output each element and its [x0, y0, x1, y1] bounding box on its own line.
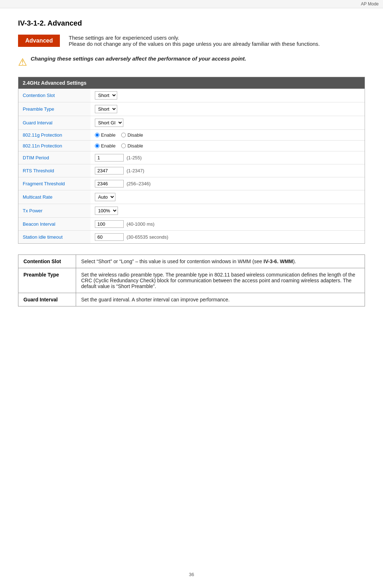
- advanced-badge-wrapper: Advanced: [18, 35, 63, 47]
- settings-row-value: (30-65535 seconds): [91, 231, 365, 244]
- settings-row: Preamble TypeShortLong: [18, 102, 365, 116]
- settings-row-value: 100%75%50%25%: [91, 204, 365, 218]
- settings-select-guard-interval[interactable]: Short GILong GI: [95, 119, 123, 127]
- settings-row-label: Fragment Threshold: [18, 177, 91, 190]
- desc-row: Guard IntervalSet the guard interval. A …: [18, 293, 365, 306]
- settings-select-multicast-rate[interactable]: Auto: [95, 193, 115, 201]
- settings-row-label: DTIM Period: [18, 151, 91, 164]
- settings-input-station-idle-timeout[interactable]: [95, 233, 124, 241]
- range-hint: (256–2346): [127, 181, 151, 186]
- settings-select-tx-power[interactable]: 100%75%50%25%: [95, 207, 118, 215]
- desc-term: Preamble Type: [18, 268, 76, 293]
- top-bar-label: AP Mode: [361, 1, 379, 6]
- top-bar: AP Mode: [0, 0, 383, 8]
- range-hint: (40-1000 ms): [127, 221, 154, 227]
- settings-row-value: Enable Disable: [91, 130, 365, 141]
- main-content: IV-3-1-2. Advanced Advanced These settin…: [0, 8, 383, 339]
- settings-row-value: Enable Disable: [91, 141, 365, 151]
- section-title-text: IV-3-1-2. Advanced: [18, 19, 82, 27]
- settings-row-label: 802.11g Protection: [18, 130, 91, 141]
- desc-row: Preamble TypeSet the wireless radio prea…: [18, 268, 365, 293]
- settings-row: Fragment Threshold(256–2346): [18, 177, 365, 190]
- settings-row: Contention SlotShortLong: [18, 89, 365, 102]
- settings-select-contention-slot[interactable]: ShortLong: [95, 91, 117, 100]
- settings-select-preamble-type[interactable]: ShortLong: [95, 105, 117, 113]
- intro-block: Advanced These settings are for experien…: [18, 35, 365, 49]
- page-footer: 36: [0, 568, 383, 584]
- settings-table-header: 2.4GHz Advanced Settings: [18, 77, 365, 89]
- settings-row-label: Multicast Rate: [18, 190, 91, 204]
- advanced-badge: Advanced: [18, 35, 60, 47]
- desc-link-bold: IV-3-6. WMM: [264, 258, 293, 264]
- warning-icon: ⚠: [18, 56, 27, 68]
- range-hint: (1-255): [127, 155, 142, 160]
- settings-row: Tx Power100%75%50%25%: [18, 204, 365, 218]
- settings-row-label: Guard Interval: [18, 116, 91, 130]
- section-title: IV-3-1-2. Advanced: [18, 19, 365, 27]
- settings-row: Beacon Interval(40-1000 ms): [18, 218, 365, 231]
- settings-row-value: ShortLong: [91, 89, 365, 102]
- settings-row-value: (40-1000 ms): [91, 218, 365, 231]
- settings-table: Contention SlotShortLongPreamble TypeSho…: [18, 89, 365, 243]
- settings-row-value: (256–2346): [91, 177, 365, 190]
- settings-row-value: Auto: [91, 190, 365, 204]
- settings-row: 802.11n Protection Enable Disable: [18, 141, 365, 151]
- desc-term: Guard Interval: [18, 293, 76, 306]
- desc-row: Contention SlotSelect “Short” or “Long” …: [18, 255, 365, 268]
- desc-term: Contention Slot: [18, 255, 76, 268]
- settings-row-label: Preamble Type: [18, 102, 91, 116]
- desc-body: Set the guard interval. A shorter interv…: [76, 293, 365, 306]
- settings-row: DTIM Period(1-255): [18, 151, 365, 164]
- desc-table: Contention SlotSelect “Short” or “Long” …: [18, 255, 365, 306]
- settings-row-label: Station idle timeout: [18, 231, 91, 244]
- settings-input-fragment-threshold[interactable]: [95, 180, 124, 187]
- desc-body: Select “Short” or “Long” – this value is…: [76, 255, 365, 268]
- settings-row-value: ShortLong: [91, 102, 365, 116]
- settings-row-value: Short GILong GI: [91, 116, 365, 130]
- radio-group: Enable Disable: [95, 143, 360, 149]
- settings-row: Multicast RateAuto: [18, 190, 365, 204]
- settings-row: 802.11g Protection Enable Disable: [18, 130, 365, 141]
- desc-body: Set the wireless radio preamble type. Th…: [76, 268, 365, 293]
- settings-row-value: (1-2347): [91, 164, 365, 177]
- settings-row-label: Tx Power: [18, 204, 91, 218]
- settings-input-dtim-period[interactable]: [95, 154, 124, 162]
- radio-group: Enable Disable: [95, 132, 360, 138]
- settings-table-container: 2.4GHz Advanced Settings Contention Slot…: [18, 77, 365, 244]
- settings-row-label: 802.11n Protection: [18, 141, 91, 151]
- intro-line1: These settings are for experienced users…: [69, 35, 179, 41]
- range-hint: (1-2347): [127, 168, 144, 173]
- radio-label-disable[interactable]: Disable: [121, 132, 143, 138]
- warning-block: ⚠ Changing these settings can adversely …: [18, 56, 365, 68]
- intro-line2: Please do not change any of the values o…: [69, 41, 320, 47]
- settings-row-value: (1-255): [91, 151, 365, 164]
- range-hint: (30-65535 seconds): [127, 234, 168, 240]
- radio-label-enable[interactable]: Enable: [95, 143, 115, 149]
- settings-row-label: RTS Threshold: [18, 164, 91, 177]
- settings-row: Station idle timeout(30-65535 seconds): [18, 231, 365, 244]
- settings-row: Guard IntervalShort GILong GI: [18, 116, 365, 130]
- radio-label-disable[interactable]: Disable: [121, 143, 143, 149]
- intro-text: These settings are for experienced users…: [69, 35, 365, 47]
- settings-input-rts-threshold[interactable]: [95, 167, 124, 174]
- settings-row: RTS Threshold(1-2347): [18, 164, 365, 177]
- settings-input-beacon-interval[interactable]: [95, 220, 124, 228]
- warning-text: Changing these settings can adversely af…: [31, 56, 246, 62]
- page-number: 36: [189, 572, 194, 577]
- settings-row-label: Contention Slot: [18, 89, 91, 102]
- radio-label-enable[interactable]: Enable: [95, 132, 115, 138]
- settings-row-label: Beacon Interval: [18, 218, 91, 231]
